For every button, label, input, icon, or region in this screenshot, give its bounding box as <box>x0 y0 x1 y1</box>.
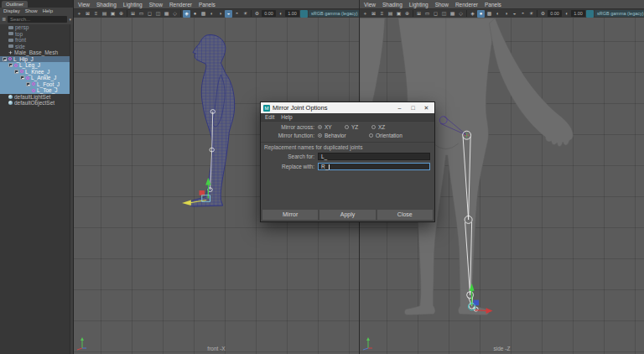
outliner-menu-help[interactable]: Help <box>43 8 53 13</box>
mirror-button[interactable]: Mirror <box>262 210 318 220</box>
color-management-icon[interactable] <box>586 10 594 18</box>
lock-camera-icon[interactable]: ⊠ <box>84 10 91 18</box>
exposure-field[interactable]: 0.00 <box>262 10 276 17</box>
camera-attributes-icon[interactable]: ≡ <box>92 10 100 18</box>
gamma-field[interactable]: 1.00 <box>571 10 585 17</box>
radio-behavior[interactable]: Behavior <box>318 133 369 138</box>
gamma-field[interactable]: 1.00 <box>285 10 299 17</box>
dialog-menu-edit[interactable]: Edit <box>265 114 274 120</box>
outliner-item-side[interactable]: side <box>0 44 70 50</box>
radio-yz[interactable]: YZ <box>345 124 371 130</box>
wireframe-icon[interactable]: ◈ <box>469 10 476 18</box>
isolate-select-icon[interactable]: ◓ <box>233 10 241 18</box>
default-material-icon[interactable]: ◐ <box>494 10 501 18</box>
menu-renderer[interactable]: Renderer <box>455 2 478 8</box>
outliner-menu-display[interactable]: Display <box>3 8 20 13</box>
select-camera-icon[interactable]: ⌖ <box>75 10 83 18</box>
gamma-icon[interactable]: ◖ <box>563 10 570 18</box>
outliner-item-hip-joint[interactable]: L_Hip_J <box>0 56 70 63</box>
xray-icon[interactable]: ◑ <box>216 10 224 18</box>
outliner-item-mesh[interactable]: Male_Base_Mesh <box>0 49 70 56</box>
outliner-item-foot-joint[interactable]: L_Foot_J <box>0 81 70 88</box>
bookmarks-icon[interactable]: ▤ <box>387 10 394 18</box>
menu-lighting[interactable]: Lighting <box>123 2 143 8</box>
radio-xy[interactable]: XY <box>318 124 345 130</box>
xray-icon[interactable]: ◑ <box>502 10 510 18</box>
camera-attributes-icon[interactable]: ≡ <box>378 10 386 18</box>
radio-icon[interactable] <box>318 133 322 138</box>
outliner-tab[interactable]: Outliner <box>2 1 28 8</box>
image-plane-icon[interactable]: ▣ <box>109 10 117 18</box>
textured-icon[interactable]: ▩ <box>200 10 207 18</box>
gamma-icon[interactable]: ◖ <box>277 10 284 18</box>
gate-mask-icon[interactable]: ◫ <box>154 10 162 18</box>
expand-toggle[interactable] <box>26 82 30 86</box>
menu-shading[interactable]: Shading <box>382 2 402 8</box>
gate-mask-icon[interactable]: ◫ <box>440 10 448 18</box>
lock-camera-icon[interactable]: ⊠ <box>370 10 377 18</box>
radio-orientation[interactable]: Orientation <box>369 133 420 138</box>
wireframe-icon[interactable]: ◈ <box>183 10 190 18</box>
shaded-icon[interactable]: ● <box>191 10 199 18</box>
resolution-gate-icon[interactable]: ◻ <box>432 10 439 18</box>
radio-icon[interactable] <box>318 125 322 129</box>
lighting-icon[interactable]: ☀ <box>242 10 249 18</box>
outliner-item-persp[interactable]: persp <box>0 24 70 31</box>
expand-toggle[interactable] <box>8 63 13 67</box>
menu-panels[interactable]: Panels <box>485 2 501 8</box>
radio-icon[interactable] <box>345 125 349 129</box>
textured-icon[interactable]: ▩ <box>486 10 493 18</box>
menu-shading[interactable]: Shading <box>96 2 117 8</box>
outliner-scrollbar[interactable] <box>70 24 73 354</box>
manipulator-x-arrow[interactable] <box>486 308 493 314</box>
manipulator-plane-handle[interactable] <box>200 190 205 195</box>
dialog-menu-help[interactable]: Help <box>281 114 292 120</box>
outliner-menu-show[interactable]: Show <box>25 8 38 13</box>
safe-display-icon[interactable]: ◇ <box>457 10 465 18</box>
outliner-item-front[interactable]: front <box>0 37 70 44</box>
image-plane-icon[interactable]: ▣ <box>395 10 402 18</box>
close-button[interactable]: Close <box>377 210 433 220</box>
safe-display-icon[interactable]: ◇ <box>171 10 179 18</box>
expand-toggle[interactable] <box>20 75 24 80</box>
view-transform-dropdown[interactable]: sRGB gamma (legacy)▾ <box>309 10 364 17</box>
shaded-icon[interactable]: ● <box>477 10 485 18</box>
isolate-select-icon[interactable]: ◓ <box>519 10 527 18</box>
outliner-item-knee-joint[interactable]: L_Knee_J <box>0 69 70 75</box>
menu-show[interactable]: Show <box>435 2 449 8</box>
grid-icon[interactable]: ⊞ <box>415 10 423 18</box>
pan-zoom-icon[interactable]: ⊕ <box>117 10 125 18</box>
minimize-button[interactable]: – <box>394 102 405 113</box>
view-transform-dropdown[interactable]: sRGB gamma (legacy)▾ <box>595 10 644 17</box>
expand-toggle[interactable] <box>3 57 7 61</box>
replace-with-field[interactable]: R_ <box>318 163 430 170</box>
exposure-field[interactable]: 0.00 <box>548 10 562 17</box>
default-material-icon[interactable]: ◐ <box>208 10 216 18</box>
search-input[interactable]: Search... <box>8 16 67 23</box>
film-gate-icon[interactable]: ▭ <box>423 10 431 18</box>
lighting-icon[interactable]: ☀ <box>527 10 535 18</box>
radio-icon[interactable] <box>369 133 373 138</box>
outliner-item-top[interactable]: top <box>0 31 70 38</box>
close-icon[interactable]: ✕ <box>421 102 432 113</box>
search-for-field[interactable]: L_ <box>318 153 430 160</box>
menu-view[interactable]: View <box>78 2 90 8</box>
resolution-gate-icon[interactable]: ◻ <box>146 10 153 18</box>
xray-joints-icon[interactable]: ◒ <box>511 10 518 18</box>
outliner-item-toe-joint[interactable]: L_Toe_J <box>0 87 70 94</box>
expand-toggle[interactable] <box>14 70 18 74</box>
maximize-button[interactable]: □ <box>408 102 418 113</box>
bookmarks-icon[interactable]: ▤ <box>101 10 108 18</box>
radio-xz[interactable]: XZ <box>371 124 398 130</box>
menu-renderer[interactable]: Renderer <box>169 2 192 8</box>
outliner-item-lightset[interactable]: defaultLightSet <box>0 94 70 101</box>
apply-button[interactable]: Apply <box>319 210 375 220</box>
dialog-titlebar[interactable]: M Mirror Joint Options – □ ✕ <box>261 102 434 113</box>
field-chart-icon[interactable]: ▦ <box>163 10 170 18</box>
menu-panels[interactable]: Panels <box>199 2 216 8</box>
chevron-down-icon[interactable]: ▾ <box>69 16 71 23</box>
outliner-item-ankle-joint[interactable]: L_Ankle_J <box>0 75 70 81</box>
outliner-item-leg-joint[interactable]: L_Leg_J <box>0 62 70 69</box>
outliner-item-objectset[interactable]: defaultObjectSet <box>0 100 70 107</box>
menu-show[interactable]: Show <box>149 2 163 8</box>
